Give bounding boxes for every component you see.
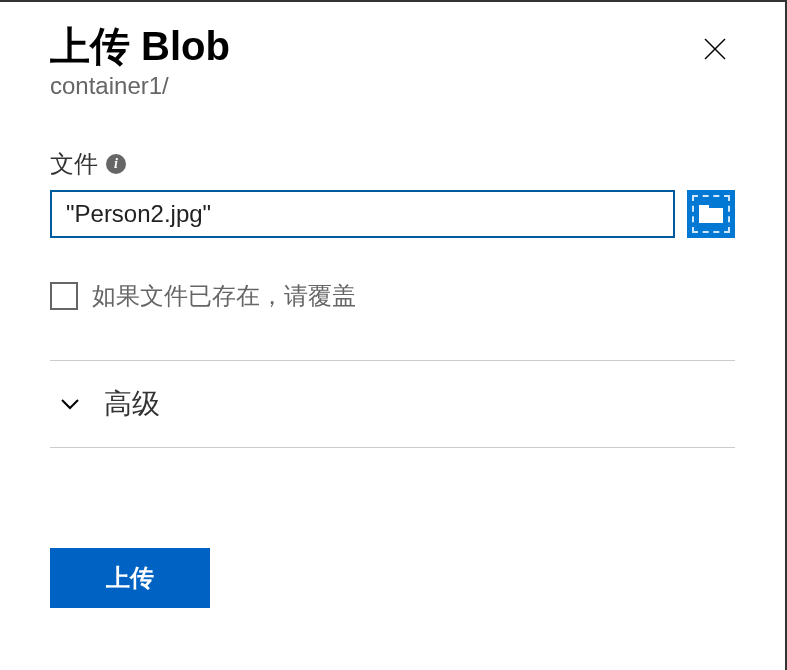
close-button[interactable] xyxy=(695,26,735,74)
breadcrumb: container1/ xyxy=(50,72,230,100)
advanced-label: 高级 xyxy=(104,385,160,423)
divider xyxy=(50,447,735,448)
panel-title: 上传 Blob xyxy=(50,22,230,70)
folder-icon xyxy=(698,204,724,224)
browse-button[interactable] xyxy=(687,190,735,238)
svg-rect-2 xyxy=(699,208,723,223)
chevron-down-icon xyxy=(60,393,80,416)
info-icon[interactable]: i xyxy=(106,154,126,174)
file-field-label: 文件 xyxy=(50,148,98,180)
svg-rect-3 xyxy=(699,205,709,210)
overwrite-label: 如果文件已存在，请覆盖 xyxy=(92,280,356,312)
overwrite-checkbox[interactable] xyxy=(50,282,78,310)
close-icon xyxy=(703,37,727,61)
file-input[interactable] xyxy=(50,190,675,238)
advanced-toggle[interactable]: 高级 xyxy=(50,361,735,447)
upload-button[interactable]: 上传 xyxy=(50,548,210,608)
